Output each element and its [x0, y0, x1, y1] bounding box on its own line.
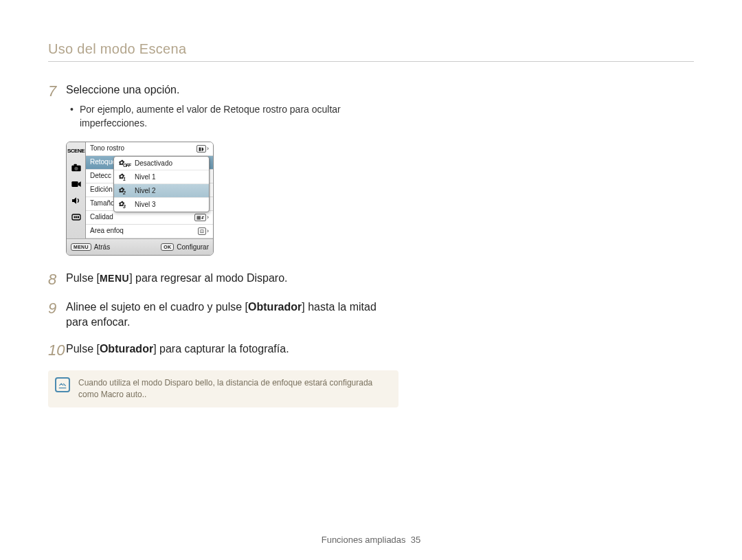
- step-number: 9: [48, 300, 66, 331]
- level-2-icon: ✿2: [118, 186, 131, 195]
- svg-rect-7: [78, 216, 79, 218]
- submenu-label: Nivel 3: [135, 201, 156, 208]
- level-1-icon: ✿1: [118, 172, 131, 181]
- note-box: Cuando utiliza el modo Disparo bello, la…: [48, 370, 398, 407]
- page-number: 35: [411, 535, 420, 545]
- camera-icon: [69, 161, 83, 174]
- camera-footer: MENU Atrás OK Configurar: [67, 238, 213, 255]
- menu-item-label: Retoque: [90, 155, 116, 169]
- step-7: 7 Seleccione una opción. Por ejemplo, au…: [48, 82, 392, 131]
- page-title: Uso del modo Escena: [48, 41, 694, 62]
- configure-button[interactable]: OK Configurar: [161, 243, 209, 251]
- shutter-key-text: Obturador: [248, 301, 302, 313]
- step-9: 9 Alinee el sujeto en el cuadro y pulse …: [48, 300, 392, 331]
- note-text: Cuando utiliza el modo Disparo bello, la…: [78, 377, 389, 401]
- mode-strip: SCENE: [67, 142, 86, 238]
- retoque-submenu: ✿OFF Desactivado ✿1 Nivel 1 ✿2 Nivel 2: [113, 156, 210, 212]
- menu-item-area-enfoq[interactable]: Area enfoq ⊡›: [86, 225, 213, 238]
- shutter-key-text: Obturador: [100, 343, 153, 355]
- step-number: 8: [48, 271, 66, 289]
- value-indicator-icon: ▮◗›: [196, 142, 209, 155]
- menu-key-icon: MENU: [71, 243, 91, 251]
- instruction-content: 7 Seleccione una opción. Por ejemplo, au…: [48, 82, 392, 407]
- step-10: 10 Pulse [Obturador] para capturar la fo…: [48, 341, 392, 359]
- submenu-item-level1[interactable]: ✿1 Nivel 1: [114, 170, 209, 184]
- level-off-icon: ✿OFF: [118, 159, 131, 168]
- submenu-item-level2[interactable]: ✿2 Nivel 2: [114, 184, 209, 198]
- svg-rect-1: [74, 164, 76, 166]
- menu-item-label: Detecc r: [90, 169, 115, 183]
- footer-section: Funciones ampliadas: [322, 535, 406, 545]
- svg-rect-6: [76, 216, 77, 218]
- step-title: Pulse [Obturador] para capturar la fotog…: [66, 341, 392, 357]
- menu-key-text: MENU: [100, 272, 129, 286]
- step-8: 8 Pulse [MENU] para regresar al modo Dis…: [48, 271, 392, 289]
- value-indicator-icon: ▦ғ›: [194, 210, 209, 224]
- back-button[interactable]: MENU Atrás: [71, 243, 110, 251]
- step-bullet: Por ejemplo, aumente el valor de Retoque…: [73, 103, 392, 130]
- value-indicator-icon: ⊡›: [198, 224, 209, 238]
- page-footer: Funciones ampliadas 35: [0, 535, 742, 545]
- sound-icon: [69, 194, 83, 207]
- display-icon: [69, 211, 83, 223]
- submenu-item-off[interactable]: ✿OFF Desactivado: [114, 157, 209, 170]
- menu-item-label: Edición i: [90, 183, 116, 197]
- camera-screenshot: SCENE: [66, 142, 214, 256]
- video-icon: [69, 178, 83, 190]
- submenu-item-level3[interactable]: ✿3 Nivel 3: [114, 198, 209, 212]
- submenu-label: Desactivado: [135, 159, 172, 167]
- svg-point-2: [74, 166, 78, 170]
- menu-item-calidad[interactable]: Calidad ▦ғ›: [86, 211, 213, 225]
- submenu-label: Nivel 1: [135, 173, 156, 181]
- svg-rect-3: [71, 181, 78, 187]
- submenu-label: Nivel 2: [135, 187, 156, 194]
- configure-label: Configurar: [177, 243, 209, 251]
- menu-item-label: Area enfoq: [90, 224, 124, 238]
- level-3-icon: ✿3: [118, 200, 131, 209]
- svg-rect-5: [74, 216, 75, 218]
- step-number: 10: [48, 341, 66, 359]
- menu-item-tono-rostro[interactable]: Tono rostro ▮◗›: [86, 142, 213, 156]
- ok-key-icon: OK: [161, 243, 174, 251]
- step-title: Alinee el sujeto en el cuadro y pulse [O…: [66, 300, 392, 331]
- note-icon: [55, 377, 70, 392]
- step-title: Pulse [MENU] para regresar al modo Dispa…: [66, 271, 392, 286]
- menu-item-label: Calidad: [90, 210, 113, 224]
- step-title: Seleccione una opción.: [66, 82, 392, 98]
- back-label: Atrás: [94, 243, 110, 251]
- menu-item-label: Tono rostro: [90, 142, 124, 155]
- menu-item-label: Tamaño: [90, 197, 115, 210]
- step-number: 7: [48, 82, 66, 131]
- scene-mode-icon: SCENE: [69, 145, 83, 157]
